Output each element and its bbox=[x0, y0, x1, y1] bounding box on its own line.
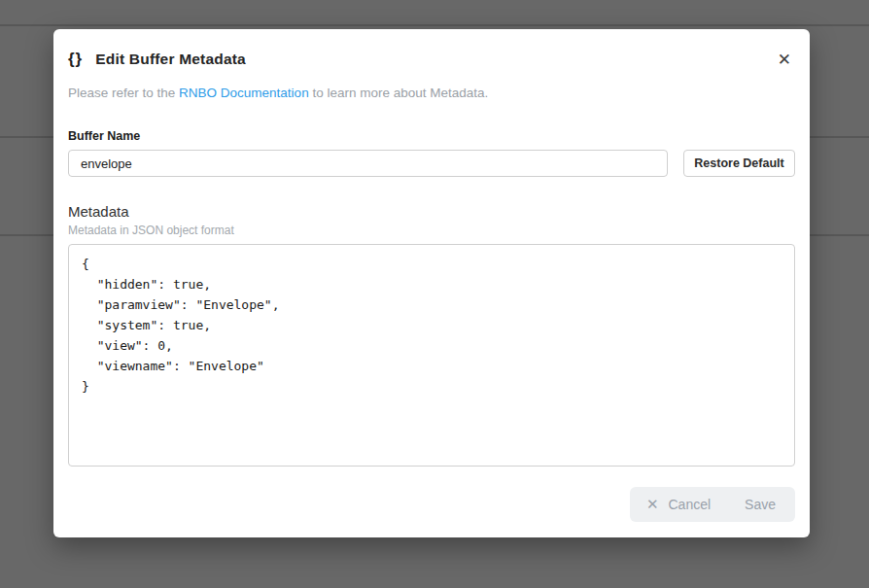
buffer-name-section: Buffer Name Restore Default bbox=[68, 129, 795, 177]
buffer-name-label: Buffer Name bbox=[68, 129, 795, 143]
save-label: Save bbox=[745, 497, 776, 512]
metadata-json-editor[interactable]: { "hidden": true, "paramview": "Envelope… bbox=[68, 244, 795, 467]
metadata-hint: Metadata in JSON object format bbox=[68, 224, 795, 237]
buffer-name-input[interactable] bbox=[68, 150, 668, 177]
curly-braces-icon: {} bbox=[68, 50, 83, 69]
dialog-description: Please refer to the RNBO Documentation t… bbox=[68, 86, 795, 100]
dialog-title: Edit Buffer Metadata bbox=[95, 51, 246, 68]
background-divider bbox=[0, 24, 869, 26]
cancel-label: Cancel bbox=[668, 497, 711, 512]
metadata-section: Metadata Metadata in JSON object format … bbox=[68, 203, 795, 467]
dialog-header: {} Edit Buffer Metadata ✕ bbox=[68, 50, 795, 69]
cancel-button[interactable]: ✕ Cancel bbox=[630, 487, 727, 522]
dialog-footer: ✕ Cancel Save bbox=[68, 487, 795, 522]
metadata-label: Metadata bbox=[68, 203, 795, 220]
footer-button-group: ✕ Cancel Save bbox=[630, 487, 795, 522]
description-prefix: Please refer to the bbox=[68, 86, 179, 100]
edit-buffer-metadata-dialog: {} Edit Buffer Metadata ✕ Please refer t… bbox=[53, 29, 810, 537]
rnbo-documentation-link[interactable]: RNBO Documentation bbox=[179, 86, 309, 100]
save-button[interactable]: Save bbox=[727, 487, 795, 522]
close-icon[interactable]: ✕ bbox=[778, 52, 791, 68]
cancel-x-icon: ✕ bbox=[646, 496, 659, 513]
buffer-name-row: Restore Default bbox=[68, 150, 795, 177]
description-suffix: to learn more about Metadata. bbox=[309, 86, 489, 100]
restore-default-button[interactable]: Restore Default bbox=[683, 150, 795, 177]
